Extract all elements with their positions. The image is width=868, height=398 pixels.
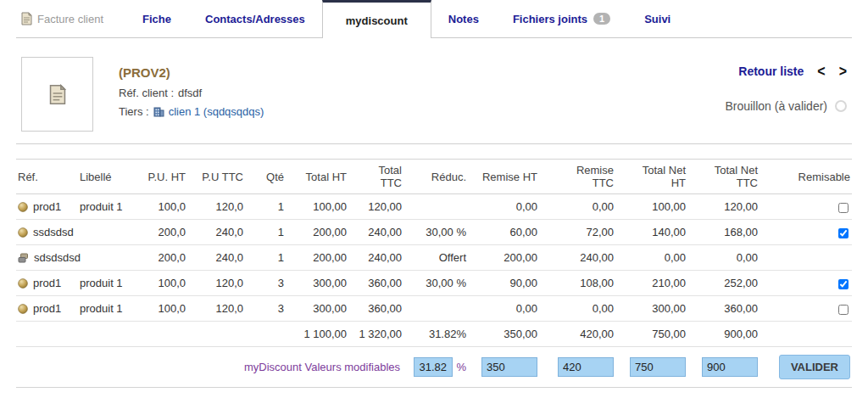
line-net-ttc: 0,00 [687,245,760,271]
line-total-ht: 100,00 [286,194,348,220]
line-total-ttc: 360,00 [348,271,403,296]
line-total-ht: 300,00 [286,271,348,296]
line-reduc: Offert [403,245,468,271]
line-remise-ttc: 0,00 [539,194,615,220]
remise-ttc-input[interactable] [558,357,614,377]
net-ht-input[interactable] [630,357,686,377]
remise-ht-input[interactable] [481,357,537,377]
line-net-ttc: 120,00 [687,194,760,220]
line-pu-ht: 200,0 [129,220,187,245]
remisable-checkbox[interactable] [838,228,849,238]
line-net-ttc: 360,00 [687,296,760,322]
line-ref: ssdsdsd [33,226,74,238]
line-net-ttc: 252,00 [687,271,760,296]
mydiscount-label: myDiscount Valeurs modifiables [16,347,403,388]
line-row-1: prod1 produit 1 100,0 120,0 1 100,00 120… [16,194,852,220]
line-net-ht: 300,00 [615,296,687,322]
line-remise-ht: 0,00 [468,296,539,322]
tab-suivi[interactable]: Suivi [627,0,687,37]
line-pu-ht: 200,0 [129,245,187,271]
line-label [78,220,129,245]
line-remise-ht: 90,00 [468,271,539,296]
line-ref: prod1 [33,200,61,213]
line-remise-ht: 60,00 [468,220,539,245]
product-icon [18,227,28,238]
line-total-ht: 200,00 [286,245,348,271]
line-label: produit 1 [78,194,129,220]
line-ref: prod1 [33,277,61,289]
service-icon [18,253,29,263]
line-remise-ttc: 240,00 [539,245,615,271]
ref-client-label: Réf. client : [119,87,174,99]
product-icon [18,304,28,314]
line-pu-ttc: 120,0 [187,296,245,322]
tabbar: Facture client Fiche Contacts/Adresses m… [16,0,852,38]
col-remise-ttc: Remise TTC [539,160,615,194]
line-net-ht: 100,00 [615,194,687,220]
invoice-thumb-icon [49,84,66,105]
tab-contacts-adresses[interactable]: Contacts/Adresses [188,0,322,37]
line-reduc: 30,00 % [403,220,468,245]
col-total-ttc: Total TTC [348,160,403,194]
tab-mydiscount[interactable]: mydiscount [322,0,431,38]
tab-notes[interactable]: Notes [431,0,496,37]
tab-fichiers-joints[interactable]: Fichiers joints 1 [496,0,627,37]
col-remise-ht: Remise HT [468,160,539,194]
tab-mydiscount-label: mydiscount [346,14,408,27]
col-qte: Qté [245,160,286,194]
line-pu-ht: 100,0 [129,194,187,220]
totals-row: 1 100,00 1 320,00 31.82% 350,00 420,00 7… [16,322,852,347]
document-thumbnail [21,57,93,132]
line-pu-ttc: 120,0 [187,271,245,296]
line-net-ht: 140,00 [615,220,687,245]
tab-fiche[interactable]: Fiche [125,0,188,37]
line-remise-ttc: 108,00 [539,271,615,296]
col-libelle: Libellé [78,160,129,194]
ref-client-value: dfsdf [178,87,202,99]
object-ref: (PROV2) [119,65,264,80]
line-pu-ttc: 240,0 [187,220,245,245]
back-to-list-link[interactable]: Retour liste [738,64,804,78]
net-ht-sum: 750,00 [615,322,687,347]
line-label: produit 1 [78,271,129,296]
line-reduc: 30,00 % [403,271,468,296]
table-header-row: Réf. Libellé P.U. HT P.U TTC Qté Total H… [16,160,852,194]
line-total-ttc: 120,00 [348,194,403,220]
col-total-net-ttc: Total Net TTC [687,160,760,194]
valider-button[interactable]: VALIDER [779,355,850,379]
draft-status-icon [835,100,847,112]
line-net-ht: 210,00 [615,271,687,296]
remisable-checkbox[interactable] [838,279,849,289]
line-reduc [403,296,468,322]
line-pu-ttc: 240,0 [187,245,245,271]
line-pu-ht: 100,0 [129,296,187,322]
line-total-ht: 300,00 [286,296,348,322]
remise-ttc-sum: 420,00 [539,322,615,347]
remisable-checkbox[interactable] [838,305,849,315]
col-pu-ht: P.U. HT [129,160,187,194]
line-pu-ttc: 120,0 [187,194,245,220]
object-banner: (PROV2) Réf. client : dfsdf Tiers : clie… [16,38,852,144]
net-ttc-sum: 900,00 [687,322,760,347]
col-ref: Réf. [16,160,78,194]
line-qty: 1 [245,194,286,220]
percent-sign: % [456,361,466,373]
prev-record-arrow[interactable]: < [817,63,825,81]
tiers-link[interactable]: clien 1 (sqdqsqdqs) [169,105,264,118]
next-record-arrow[interactable]: > [839,63,847,81]
line-qty: 1 [245,220,286,245]
line-net-ht: 0,00 [615,245,687,271]
tab-fichiers-joints-label: Fichiers joints [513,13,587,25]
product-icon [18,278,28,289]
discount-percent-input[interactable] [414,357,453,377]
col-remisable: Remisable [760,160,852,194]
net-ttc-input[interactable] [702,357,758,377]
mydiscount-edit-row: myDiscount Valeurs modifiables % VALIDER [16,347,852,388]
line-row-5: prod1 produit 1 100,0 120,0 3 300,00 360… [16,296,852,322]
line-ref: prod1 [33,302,61,315]
line-row-4: prod1 produit 1 100,0 120,0 3 300,00 360… [16,271,852,296]
reduc-global: 31.82% [403,322,468,347]
total-ttc-sum: 1 320,00 [348,322,403,347]
col-pu-ttc: P.U TTC [187,160,245,194]
remisable-checkbox[interactable] [838,203,849,213]
